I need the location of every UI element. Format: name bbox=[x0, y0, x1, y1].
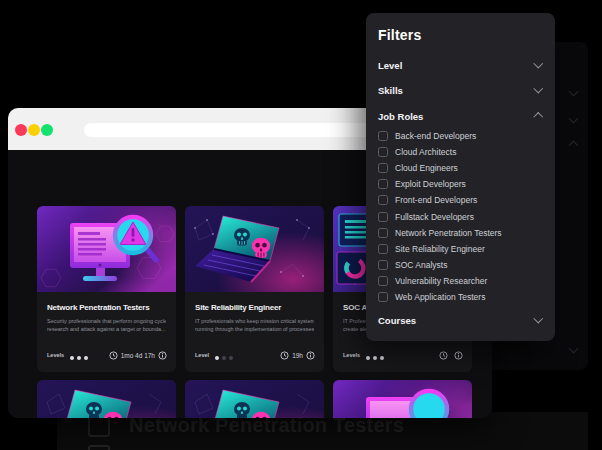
course-card-site-reliability-engineer[interactable]: Site Reliability Engineer IT professiona… bbox=[185, 206, 324, 372]
job-role-option[interactable]: Cloud Architects bbox=[378, 144, 543, 160]
job-role-option[interactable]: Network Penetration Testers bbox=[378, 225, 543, 241]
clock-icon bbox=[109, 351, 118, 360]
chevron-down-icon bbox=[569, 344, 579, 354]
checkbox[interactable] bbox=[378, 244, 388, 254]
filters-panel: Filters Level Skills Job Roles Back-end … bbox=[366, 13, 555, 341]
checkbox[interactable] bbox=[378, 212, 388, 222]
job-role-option[interactable]: SOC Analysts bbox=[378, 257, 543, 273]
info-icon[interactable] bbox=[454, 351, 463, 360]
laptop-skulls-illustration bbox=[185, 206, 324, 292]
filter-section-level[interactable]: Level bbox=[378, 58, 543, 72]
level-dot bbox=[77, 356, 82, 361]
checkbox[interactable] bbox=[378, 179, 388, 189]
chevron-down-icon bbox=[533, 83, 542, 92]
laptop-skulls-illustration bbox=[185, 380, 324, 418]
chevron-up-icon bbox=[533, 113, 542, 122]
level-dot bbox=[229, 356, 234, 361]
checkbox[interactable] bbox=[378, 228, 388, 238]
checkbox[interactable] bbox=[378, 131, 388, 141]
filters-title: Filters bbox=[378, 27, 543, 43]
monitor-magnifier-warning-illustration bbox=[37, 206, 176, 292]
course-card-partial[interactable] bbox=[333, 380, 472, 418]
course-duration: 19h bbox=[292, 352, 303, 359]
info-icon[interactable] bbox=[158, 351, 167, 360]
chevron-up-icon bbox=[569, 141, 579, 151]
job-role-option[interactable]: Front-end Developers bbox=[378, 192, 543, 208]
clock-icon bbox=[439, 351, 448, 360]
course-title: Network Penetration Testers bbox=[47, 303, 166, 312]
level-indicator: Levels bbox=[343, 346, 384, 364]
clock-icon bbox=[280, 351, 289, 360]
filter-section-courses[interactable]: Courses bbox=[378, 313, 543, 327]
level-dot bbox=[215, 356, 220, 361]
backdrop-checkbox bbox=[88, 415, 110, 437]
filter-section-job-roles[interactable]: Job Roles bbox=[378, 109, 543, 123]
course-card-network-penetration-testers[interactable]: Network Penetration Testers Security pro… bbox=[37, 206, 176, 372]
chevron-down-icon bbox=[533, 313, 542, 322]
checkbox[interactable] bbox=[378, 195, 388, 205]
monitor-magnifier-warning-illustration bbox=[333, 380, 472, 418]
checkbox[interactable] bbox=[378, 260, 388, 270]
course-card-partial[interactable] bbox=[185, 380, 324, 418]
course-description: Security professionals that perform ongo… bbox=[47, 317, 166, 334]
traffic-light-close-button[interactable] bbox=[15, 124, 27, 136]
job-role-option[interactable]: Fullstack Developers bbox=[378, 208, 543, 224]
traffic-light-minimize-button[interactable] bbox=[28, 124, 40, 136]
course-description: IT professionals who keep mission critic… bbox=[195, 317, 314, 334]
level-dot bbox=[373, 356, 378, 361]
course-title: Site Reliability Engineer bbox=[195, 303, 314, 312]
job-role-option[interactable]: Cloud Engineers bbox=[378, 160, 543, 176]
job-role-option[interactable]: Web Application Testers bbox=[378, 289, 543, 305]
checkbox[interactable] bbox=[378, 276, 388, 286]
checkbox[interactable] bbox=[378, 147, 388, 157]
job-role-option[interactable]: Site Reliability Engineer bbox=[378, 241, 543, 257]
level-dot bbox=[70, 356, 75, 361]
chevron-down-icon bbox=[569, 87, 579, 97]
level-dot bbox=[380, 356, 385, 361]
info-icon[interactable] bbox=[306, 351, 315, 360]
job-role-option[interactable]: Vulnerability Researcher bbox=[378, 273, 543, 289]
page-canvas: Network Penetration Testers bbox=[0, 0, 602, 450]
laptop-skulls-illustration bbox=[37, 380, 176, 418]
level-indicator: Levels bbox=[47, 346, 88, 364]
chevron-down-icon bbox=[569, 114, 579, 124]
level-dot bbox=[366, 356, 371, 361]
chevron-down-icon bbox=[533, 58, 542, 67]
level-dot bbox=[84, 356, 89, 361]
checkbox[interactable] bbox=[378, 163, 388, 173]
traffic-light-maximize-button[interactable] bbox=[41, 124, 53, 136]
job-role-option[interactable]: Exploit Developers bbox=[378, 176, 543, 192]
job-roles-list: Back-end Developers Cloud Architects Clo… bbox=[378, 128, 543, 305]
job-role-option[interactable]: Back-end Developers bbox=[378, 128, 543, 144]
course-card-partial[interactable] bbox=[37, 380, 176, 418]
level-indicator: Level bbox=[195, 346, 233, 364]
backdrop-checkbox bbox=[88, 445, 110, 450]
checkbox[interactable] bbox=[378, 292, 388, 302]
filter-section-skills[interactable]: Skills bbox=[378, 83, 543, 97]
course-duration: 1mo 4d 17h bbox=[121, 352, 155, 359]
level-dot bbox=[222, 356, 227, 361]
